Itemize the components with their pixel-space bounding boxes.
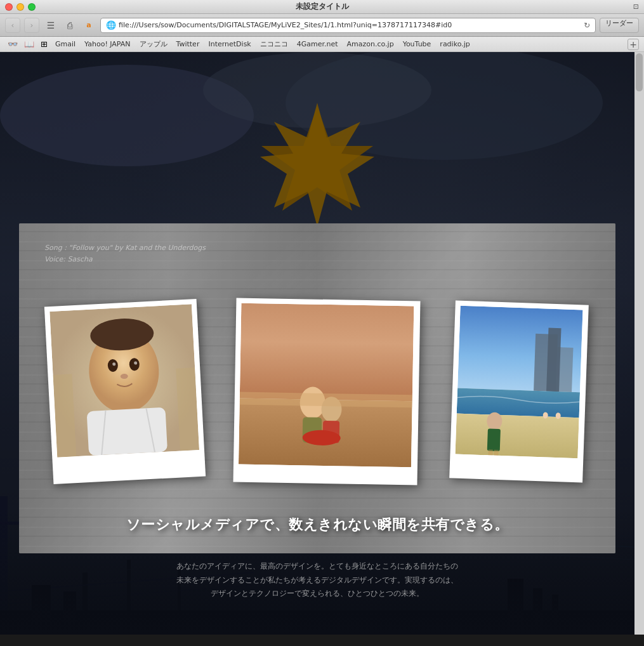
reading-list-icon[interactable]: ☰ — [43, 18, 58, 33]
title-bar: 未設定タイトル ⊡ — [0, 0, 644, 14]
photo-frame-baby — [44, 299, 205, 484]
star-logo — [247, 103, 387, 236]
bookmark-internetdisk[interactable]: InternetDisk — [204, 39, 254, 49]
svg-rect-53 — [489, 449, 494, 458]
body-text-section: あなたのアイディアに、最高のデザインを。とても身近なところにある自分たちの 未来… — [127, 560, 508, 601]
address-text: file:///Users/sow/Documents/DIGITALSTAGE… — [119, 21, 581, 29]
fullscreen-button[interactable] — [28, 3, 36, 11]
svg-rect-30 — [86, 407, 167, 456]
photo-baby-image — [49, 304, 199, 457]
caption-overlay: ソーシャルメディアで、数えきれない瞬間を共有できる。 — [19, 515, 615, 534]
caption-text: ソーシャルメディアで、数えきれない瞬間を共有できる。 — [19, 515, 615, 534]
window-resize-icon: ⊡ — [633, 3, 639, 11]
close-button[interactable] — [5, 3, 13, 11]
photo-beach-image — [456, 306, 583, 459]
svg-marker-21 — [260, 103, 374, 227]
add-tab-button[interactable]: + — [628, 39, 639, 50]
reload-button[interactable]: ↻ — [584, 21, 590, 30]
photo-frame-beach — [449, 300, 589, 482]
bookmark-twitter[interactable]: Twitter — [173, 39, 204, 49]
bookmark-yahoo-japan[interactable]: Yahoo! JAPAN — [81, 39, 135, 49]
svg-rect-52 — [487, 428, 501, 451]
page-wrapper: Song : "Follow you" by Kat and the Under… — [0, 52, 634, 635]
body-text-line2: 未来をデザインすることが私たちが考えるデジタルデザインです。実現するのは、 — [127, 574, 508, 588]
reading-glasses-icon[interactable]: 👓 — [5, 38, 20, 50]
photo-frame-desert — [233, 298, 420, 485]
svg-rect-50 — [456, 414, 579, 459]
song-info-line1: Song : "Follow you" by Kat and the Under… — [44, 242, 206, 254]
bookmark-niconico[interactable]: ニコニコ — [256, 38, 292, 50]
svg-rect-48 — [546, 328, 561, 392]
bookmarks-bar: 👓 📖 ⊞ Gmail Yahoo! JAPAN アップル Twitter In… — [0, 37, 644, 52]
back-button[interactable]: ‹ — [5, 18, 20, 33]
photo-desert-image — [239, 303, 414, 468]
body-text-line1: あなたのアイディアに、最高のデザインを。とても身近なところにある自分たちの — [127, 560, 508, 574]
song-info-line2: Voice: Sascha — [44, 254, 206, 265]
reader-mode-button[interactable]: リーダー — [600, 18, 639, 33]
svg-rect-54 — [494, 450, 499, 459]
scrollbar-thumb[interactable] — [636, 53, 643, 91]
apps-icon[interactable]: ⊞ — [38, 38, 50, 50]
minimize-button[interactable] — [16, 3, 24, 11]
forward-button[interactable]: › — [24, 18, 39, 33]
browser-content: Song : "Follow you" by Kat and the Under… — [0, 52, 644, 635]
slideshow-container: Song : "Follow you" by Kat and the Under… — [19, 223, 615, 553]
body-text-line3: デザインとテクノロジーで変えられる、ひとつひとつの未来。 — [127, 587, 508, 601]
svg-rect-35 — [240, 303, 414, 402]
vertical-scrollbar[interactable] — [634, 52, 644, 635]
window-title: 未設定タイトル — [296, 1, 349, 12]
song-info: Song : "Follow you" by Kat and the Under… — [44, 242, 206, 265]
bookmark-gmail[interactable]: Gmail — [51, 39, 79, 49]
bookmark-apple[interactable]: アップル — [136, 38, 171, 50]
photos-row — [19, 300, 615, 484]
bookmark-radiko[interactable]: radiko.jp — [436, 39, 473, 49]
bookmark-youtube[interactable]: YouTube — [399, 39, 435, 49]
browser-toolbar: ‹ › ☰ ⎙ a 🌐 file:///Users/sow/Documents/… — [0, 14, 644, 37]
bookmark-amazon[interactable]: Amazon.co.jp — [343, 39, 398, 49]
amazon-icon[interactable]: a — [81, 18, 96, 33]
address-bar[interactable]: 🌐 file:///Users/sow/Documents/DIGITALSTA… — [100, 18, 596, 33]
traffic-lights — [5, 3, 36, 11]
book-icon[interactable]: 📖 — [22, 38, 37, 50]
bookmark-4gamer[interactable]: 4Gamer.net — [293, 39, 342, 49]
globe-icon: 🌐 — [106, 20, 116, 30]
share-icon[interactable]: ⎙ — [62, 18, 77, 33]
svg-rect-33 — [53, 374, 76, 457]
